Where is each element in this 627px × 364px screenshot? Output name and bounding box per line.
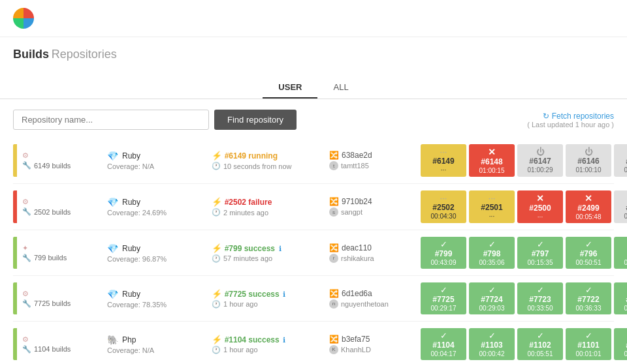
info-icon: ℹ [283, 336, 285, 344]
build-cell[interactable]: ✓ #796 00:50:51 [566, 237, 611, 269]
commit-text: b3efa75 [342, 335, 370, 344]
lightning-icon: ⚡ [212, 335, 222, 344]
cell-num: #6149 [422, 157, 465, 166]
cell-time: 00:29:17 [422, 305, 465, 312]
build-cell[interactable]: ✓ #795 00:21:42 [614, 237, 627, 269]
lang-icon: 💎 [107, 289, 118, 299]
build-cell[interactable]: ✓ #7723 00:33:50 [517, 282, 563, 314]
build-link[interactable]: #1104 success [225, 335, 280, 344]
build-cell[interactable]: ⏻ #6145 01:00:20 [614, 144, 627, 177]
build-cell[interactable]: ··· #6149 ··· [421, 144, 466, 177]
build-cell[interactable]: ✓ #7724 00:29:03 [469, 282, 515, 314]
build-cell[interactable]: ✓ #7722 00:36:33 [566, 282, 611, 314]
repo-info: 💎 Ruby Coverage: 24.69% [107, 197, 212, 217]
commit-hash: 🔀 6d1ed6a [329, 289, 421, 298]
build-cell[interactable]: ✓ #1102 00:05:51 [517, 328, 563, 360]
repo-builds-count: 🔧 2502 builds [22, 207, 107, 216]
fetch-sub: ( Last updated 1 hour ago ) [527, 121, 614, 129]
build-link[interactable]: #6149 running [225, 151, 278, 160]
find-repository-button[interactable]: Find repository [214, 110, 297, 130]
build-cell[interactable]: ⏻ #2498 01:00:08 [614, 190, 627, 223]
language-name: Ruby [122, 198, 140, 207]
builds-count-text: 7725 builds [34, 299, 71, 307]
commit-text: 638ae2d [342, 151, 372, 160]
build-time: 🕐 10 seconds from now [212, 162, 329, 170]
build-cell[interactable]: ✕ #6148 01:00:15 [469, 144, 515, 177]
time-icon: 🕐 [212, 208, 221, 217]
repo-icon: ⚙ [22, 151, 107, 160]
build-cell[interactable]: ⏻ #6146 01:00:10 [566, 144, 611, 177]
title-builds: Builds [13, 48, 49, 61]
cell-time: 00:15:35 [519, 259, 562, 266]
cell-num: #1103 [470, 341, 513, 350]
cell-time: 01:00:29 [519, 166, 562, 174]
build-time-text: 2 minutes ago [223, 209, 268, 217]
repo-meta: ✦ 🔧 799 builds [22, 244, 107, 262]
build-cells: ✓ #7725 00:29:17 ✓ #7724 00:29:03 ✓ #772… [421, 282, 627, 314]
build-link[interactable]: #7725 success [225, 290, 280, 299]
x-icon: ✕ [567, 193, 610, 204]
build-time-text: 1 hour ago [223, 346, 258, 354]
lang-icon: 💎 [107, 151, 118, 161]
commit-hash: 🔀 638ae2d [329, 151, 421, 160]
fetch-label: Fetch repositories [552, 112, 614, 121]
cell-time: 00:21:42 [615, 259, 627, 266]
cell-time: 00:04:30 [422, 213, 465, 220]
build-cell[interactable]: ··· #2502 00:04:30 [421, 190, 466, 223]
build-cell[interactable]: ··· #2501 ··· [469, 190, 515, 223]
check-icon: ✓ [615, 239, 627, 249]
cell-num: #798 [470, 249, 513, 258]
cell-num: #6146 [567, 157, 610, 166]
build-cells: ✓ #1104 00:04:17 ✓ #1103 00:00:42 ✓ #110… [421, 328, 627, 360]
repo-meta: ⚙ 🔧 2502 builds [22, 198, 107, 216]
app-header [0, 0, 627, 37]
build-time: 🕐 2 minutes ago [212, 208, 329, 217]
cell-num: #2502 [422, 203, 465, 212]
author-name: tamtt185 [341, 162, 369, 170]
repo-row: ⚙ 🔧 2502 builds 💎 Ruby Coverage: 24.69% … [13, 184, 614, 230]
fetch-link[interactable]: ↻ Fetch repositories [527, 112, 614, 121]
wrench-icon: 🔧 [22, 207, 31, 216]
repo-meta: ⚙ 🔧 1104 builds [22, 335, 107, 354]
build-cell[interactable]: ✓ #799 00:43:09 [421, 237, 466, 269]
tabs-bar: USER ALL [0, 72, 627, 99]
coverage-text: Coverage: 78.35% [107, 301, 212, 309]
build-cell[interactable]: ✓ #7721 00:37:22 [614, 282, 627, 314]
time-icon: 🕐 [212, 254, 221, 263]
cell-time: ··· [470, 213, 513, 220]
build-cell[interactable]: ✕ #2500 ··· [517, 190, 563, 223]
tab-all[interactable]: ALL [317, 77, 364, 99]
refresh-icon: ↻ [543, 112, 549, 121]
commit-info: 🔀 deac110 r rshikakura [329, 243, 421, 263]
cell-num: #7722 [567, 295, 610, 304]
lightning-icon: ⚡ [212, 197, 222, 207]
cell-time: 01:00:10 [567, 166, 610, 174]
repo-row: ⚙ 🔧 6149 builds 💎 Ruby Coverage: N/A ⚡ #… [13, 138, 614, 184]
build-cell[interactable]: ✓ #797 00:15:35 [517, 237, 563, 269]
repo-row: ⚙ 🔧 7725 builds 💎 Ruby Coverage: 78.35% … [13, 276, 614, 322]
search-input[interactable] [13, 110, 209, 130]
build-cell[interactable]: ✓ #1104 00:04:17 [421, 328, 466, 360]
lang-row: 💎 Ruby [107, 289, 212, 299]
cell-time: 00:01:01 [567, 350, 610, 357]
build-link[interactable]: #2502 failure [225, 198, 272, 207]
build-cell[interactable]: ⏻ #6147 01:00:29 [517, 144, 563, 177]
time-icon: 🕐 [212, 346, 221, 354]
lang-icon: 🐘 [107, 335, 118, 345]
row-indicator [13, 190, 17, 223]
build-cell[interactable]: ✓ #1100 00:00:52 [614, 328, 627, 360]
build-cell[interactable]: ✓ #7725 00:29:17 [421, 282, 466, 314]
repo-list: ⚙ 🔧 6149 builds 💎 Ruby Coverage: N/A ⚡ #… [0, 138, 627, 364]
build-status: ⚡ #7725 success ℹ 🕐 1 hour ago [212, 289, 329, 309]
build-cell[interactable]: ✓ #1101 00:01:01 [566, 328, 611, 360]
commit-icon: 🔀 [329, 289, 339, 298]
repo-info: 🐘 Php Coverage: N/A [107, 335, 212, 354]
cell-time: 00:00:52 [615, 350, 627, 357]
tab-user[interactable]: USER [263, 77, 317, 99]
dots-icon: ··· [422, 147, 465, 157]
build-cell[interactable]: ✓ #798 00:35:06 [469, 237, 515, 269]
author-name: sangpt [341, 208, 362, 216]
build-cell[interactable]: ✓ #1103 00:00:42 [469, 328, 515, 360]
build-link[interactable]: #799 success [225, 244, 275, 253]
build-cell[interactable]: ✕ #2499 00:05:48 [566, 190, 611, 223]
